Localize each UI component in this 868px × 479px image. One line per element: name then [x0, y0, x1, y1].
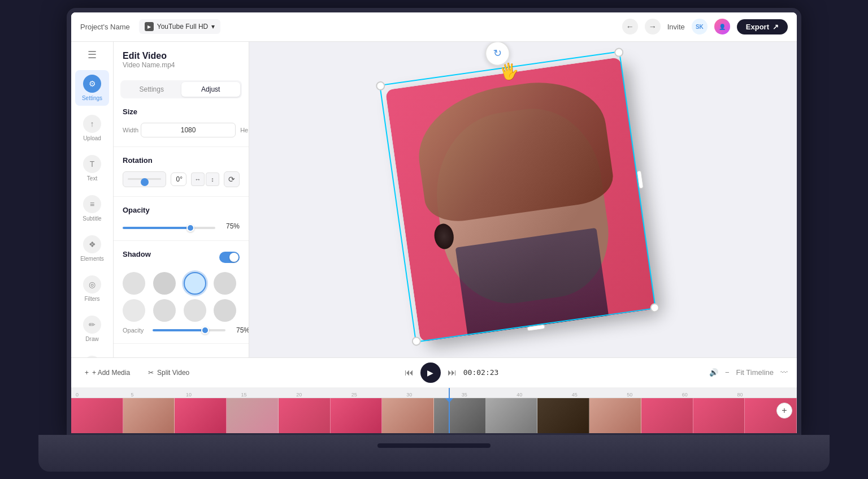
skip-forward-button[interactable]: ⏭: [448, 368, 457, 378]
sidebar-item-upload[interactable]: ↑ Upload: [75, 110, 109, 146]
shadow-color-7[interactable]: [184, 299, 206, 322]
timeline-frame-3: [175, 398, 227, 433]
ruler-mark-50: 50: [627, 392, 682, 398]
sidebar-item-elements[interactable]: ❖ Elements: [75, 231, 109, 266]
shadow-color-5[interactable]: [123, 299, 145, 322]
size-section: Size Width Height 🔗: [114, 98, 249, 147]
shadow-toggle[interactable]: [219, 252, 240, 263]
sidebar-item-draw[interactable]: ✏ Draw: [75, 311, 109, 347]
plus-icon: +: [85, 369, 89, 377]
skip-back-button[interactable]: ⏮: [405, 368, 414, 378]
export-button[interactable]: Export ↗: [737, 19, 788, 34]
tab-adjust[interactable]: Adjust: [181, 82, 241, 97]
play-button[interactable]: ▶: [420, 363, 441, 383]
flip-button[interactable]: ⟳: [224, 171, 240, 187]
shadow-color-8[interactable]: [214, 299, 236, 322]
volume-button[interactable]: 🔊: [709, 368, 718, 377]
rotation-slider-container: [123, 171, 166, 187]
format-selector[interactable]: ▶ YouTube Full HD ▾: [139, 19, 221, 34]
hamburger-menu-button[interactable]: ☰: [83, 49, 101, 61]
shadow-opacity-row: Opacity 75%: [123, 326, 240, 334]
opacity-slider[interactable]: [123, 227, 215, 229]
flip-horizontal-button[interactable]: ↔: [191, 172, 205, 186]
redo-button[interactable]: →: [645, 19, 661, 34]
timeline-frame-5: [279, 398, 331, 433]
timeline-frame-6: [331, 398, 383, 433]
rotation-value: 0°: [171, 172, 186, 186]
bottom-controls: + + Add Media ✂ Split Video ⏮ ▶ ⏭ 00:02:…: [71, 357, 797, 433]
flip-vertical-button[interactable]: ↕: [206, 172, 219, 186]
timeline-frame-7: [382, 398, 434, 433]
shadow-color-4[interactable]: [214, 272, 236, 295]
user-badge: SK: [692, 19, 708, 34]
sidebar-item-upload-label: Upload: [83, 135, 101, 141]
shadow-opacity-slider[interactable]: [153, 329, 225, 331]
add-media-button[interactable]: + + Add Media: [80, 366, 134, 379]
panel-header: Edit Video Video Name.mp4: [114, 42, 249, 74]
ruler-mark-35: 35: [462, 392, 517, 398]
rotation-section: Rotation 0° ↔ ↕ ⟳: [114, 147, 249, 197]
opacity-value: 75%: [220, 222, 240, 230]
handle-top-right[interactable]: [614, 47, 624, 57]
shadow-color-1[interactable]: [123, 272, 145, 295]
add-media-plus-button[interactable]: +: [776, 403, 792, 418]
timeline-track: [71, 398, 797, 433]
sidebar-item-elements-label: Elements: [80, 256, 104, 262]
timeline-frame-11: [589, 398, 641, 433]
rotate-handle[interactable]: ↻ 🖐: [483, 42, 511, 67]
video-container[interactable]: ↻ 🖐: [390, 55, 656, 344]
settings-icon: ⚙: [83, 75, 101, 93]
handle-top-left[interactable]: [375, 80, 385, 90]
sidebar-item-filters[interactable]: ◎ Filters: [75, 271, 109, 307]
shadow-color-2[interactable]: [153, 272, 176, 295]
shadow-color-6[interactable]: [153, 299, 176, 322]
timeline-frame-4: [227, 398, 279, 433]
sidebar-item-filters-label: Filters: [84, 296, 99, 302]
width-input[interactable]: [141, 123, 236, 137]
rotation-slider[interactable]: [128, 178, 161, 180]
sidebar-item-help[interactable]: ?: [75, 351, 109, 357]
timeline-frame-9: [486, 398, 538, 433]
elements-icon: ❖: [83, 235, 101, 253]
ruler-mark-45: 45: [572, 392, 627, 398]
sidebar-item-text-label: Text: [87, 175, 97, 182]
avatar: 👤: [714, 19, 730, 34]
toolbar-row: + + Add Media ✂ Split Video ⏮ ▶ ⏭ 00:02:…: [71, 358, 797, 388]
minus-button[interactable]: −: [725, 368, 730, 377]
ruler-marks: 0 5 10 15 20 25 30 35 40 45 50 60: [76, 392, 792, 398]
opacity-label: Opacity: [123, 206, 240, 214]
sidebar-item-subtitle-label: Subtitle: [83, 215, 101, 222]
rotation-label: Rotation: [123, 156, 240, 165]
ruler-mark-60: 60: [682, 392, 737, 398]
height-label: Height: [240, 127, 249, 133]
settings-panel: Edit Video Video Name.mp4 Settings Adjus…: [114, 42, 249, 357]
split-video-button[interactable]: ✂ Split Video: [144, 366, 194, 379]
timeline: 0 5 10 15 20 25 30 35 40 45 50 60: [71, 388, 797, 433]
toolbar-right: 🔊 − Fit Timeline 〰: [709, 368, 788, 377]
tab-settings[interactable]: Settings: [122, 82, 181, 97]
timeline-frames: [71, 398, 797, 433]
timeline-playhead[interactable]: [449, 388, 450, 433]
sidebar-item-subtitle[interactable]: ≡ Subtitle: [75, 191, 109, 226]
chevron-down-icon: ▾: [211, 23, 215, 31]
format-label: YouTube Full HD: [157, 23, 209, 31]
shadow-color-3[interactable]: [184, 272, 206, 295]
laptop-base: [38, 435, 830, 472]
ruler-mark-0: 0: [76, 392, 131, 398]
size-label: Size: [123, 107, 240, 116]
invite-button[interactable]: Invite: [667, 23, 685, 31]
sidebar-item-text[interactable]: T Text: [75, 150, 109, 186]
undo-button[interactable]: ←: [622, 19, 638, 34]
waveform-button[interactable]: 〰: [780, 368, 788, 377]
timeline-ruler: 0 5 10 15 20 25 30 35 40 45 50 60: [71, 388, 797, 398]
export-icon: ↗: [772, 23, 779, 31]
canvas-area: ↻ 🖐: [249, 42, 797, 357]
draw-icon: ✏: [83, 316, 101, 334]
fit-timeline-button[interactable]: Fit Timeline: [736, 368, 774, 377]
sidebar-item-settings-label: Settings: [82, 95, 102, 101]
opacity-section: Opacity 75%: [114, 197, 249, 241]
panel-title: Edit Video: [123, 51, 240, 61]
sidebar-item-settings[interactable]: ⚙ Settings: [75, 70, 109, 106]
upload-icon: ↑: [83, 115, 101, 133]
shadow-opacity-label: Opacity: [123, 327, 148, 334]
